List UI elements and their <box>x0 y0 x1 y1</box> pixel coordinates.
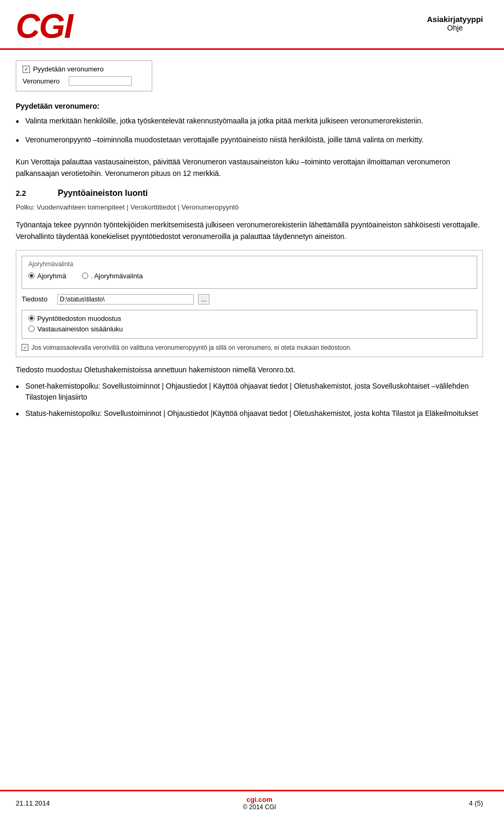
ajoryhma-radio-row: Ajoryhmä . Ajoryhmävalinta <box>28 272 470 280</box>
radio-label-1: Ajoryhmä <box>37 272 66 280</box>
pyynto-radio-rows: Pyyntötiedoston muodostus Vastausaineist… <box>28 315 470 333</box>
bullet-2-text: Veronumeronpyyntö –toiminnolla muodostet… <box>25 134 424 145</box>
voimassaoleva-row: ✓ Jos voimassaolevalla verorivillä on va… <box>22 344 477 351</box>
radio-label-2: . Ajoryhmävalinta <box>91 272 143 280</box>
footer-url: cgi.com <box>243 796 276 803</box>
screenshot-box: Ajoryhmävalinta Ajoryhmä . Ajoryhmävalin… <box>16 250 483 357</box>
voimassaoleva-checkbox[interactable]: ✓ <box>22 344 28 351</box>
tiedosto-label: Tiedosto <box>22 295 53 303</box>
form-box: ✓ Pyydetään veronumero Veronumero <box>16 60 152 91</box>
radio-ajoryhmavalinta[interactable]: . Ajoryhmävalinta <box>82 272 143 280</box>
checkbox-row: ✓ Pyydetään veronumero <box>23 65 145 73</box>
bottom-bullet-1: Sonet-hakemistopolku: Sovellustoiminnot … <box>16 381 483 403</box>
bottom-bullet-2: Status-hakemistopolku: Sovellustoiminnot… <box>16 408 483 422</box>
bottom-bullet-list: Sonet-hakemistopolku: Sovellustoiminnot … <box>16 381 483 422</box>
checkbox-label[interactable]: ✓ Pyydetään veronumero <box>23 65 103 73</box>
section-heading: Pyydetään veronumero: <box>16 102 483 110</box>
radio-pyynto[interactable]: Pyyntötiedoston muodostus <box>28 315 470 322</box>
pyynto-radio-label-1: Pyyntötiedoston muodostus <box>37 315 121 322</box>
section-title: Pyyntöaineiston luonti <box>58 189 148 198</box>
bullet-1-text: Valinta merkitään henkilöille, jotka työ… <box>25 116 423 127</box>
radio-circle-pyynto[interactable] <box>28 315 35 321</box>
field-row: Veronumero <box>23 76 145 86</box>
body-para-2: Työnantaja tekee pyynnön työntekijöiden … <box>16 220 483 242</box>
pyynto-radio-label-2: Vastausaineiston sisäänluku <box>37 325 123 333</box>
radio-vastaus[interactable]: Vastausaineiston sisäänluku <box>28 325 470 333</box>
section-2-2-header: 2.2 Pyyntöaineiston luonti <box>16 189 483 198</box>
tiedosto-browse-button[interactable]: ... <box>198 294 209 305</box>
path-text: Polku: Vuodenvaihteen toimenpiteet | Ver… <box>16 203 483 211</box>
main-content: ✓ Pyydetään veronumero Veronumero Pyydet… <box>0 50 504 472</box>
ajoryhma-label: Ajoryhmävalinta <box>28 260 470 268</box>
veronumero-input[interactable] <box>69 76 132 86</box>
bottom-bullet-2-text: Status-hakemistopolku: Sovellustoiminnot… <box>25 408 478 419</box>
page-footer: 21.11.2014 cgi.com © 2014 CGI 4 (5) <box>0 790 504 815</box>
radio-circle-vastaus[interactable] <box>28 326 35 332</box>
doc-type-label: Asiakirjatyyppi <box>427 15 483 24</box>
radio-ajoryhma[interactable]: Ajoryhmä <box>28 272 66 280</box>
tiedosto-container: Tiedosto ... <box>22 294 477 305</box>
footer-date: 21.11.2014 <box>16 799 50 807</box>
footer-page: 4 (5) <box>469 799 483 807</box>
doc-type-area: Asiakirjatyyppi Ohje <box>427 9 483 32</box>
body-para-1: Kun Verottaja palauttaa vastausaineiston… <box>16 156 483 179</box>
doc-type-value: Ohje <box>427 24 483 32</box>
field-label: Veronumero <box>23 77 65 85</box>
logo: CGI <box>16 9 72 43</box>
pyynto-section: Pyyntötiedoston muodostus Vastausaineist… <box>22 310 477 339</box>
tiedosto-input[interactable] <box>57 294 194 305</box>
footer-copyright: © 2014 CGI <box>243 803 276 811</box>
footer-center: cgi.com © 2014 CGI <box>243 796 276 811</box>
bottom-bullet-1-text: Sonet-hakemistopolku: Sovellustoiminnot … <box>25 381 483 403</box>
voimassaoleva-text: Jos voimassaolevalla verorivillä on vali… <box>32 344 352 351</box>
tiedosto-row: Tiedosto ... <box>22 294 477 305</box>
checkbox-icon[interactable]: ✓ <box>23 66 30 73</box>
page-header: CGI Asiakirjatyyppi Ohje <box>0 0 504 50</box>
checkbox-text: Pyydetään veronumero <box>33 65 103 73</box>
intro-bullet-list: Valinta merkitään henkilöille, jotka työ… <box>16 116 483 148</box>
radio-circle-2[interactable] <box>82 273 88 279</box>
section-number: 2.2 <box>16 189 42 197</box>
logo-area: CGI <box>16 9 72 43</box>
ajoryhma-group: Ajoryhmävalinta Ajoryhmä . Ajoryhmävalin… <box>22 256 477 289</box>
bullet-item-2: Veronumeronpyyntö –toiminnolla muodostet… <box>16 134 483 148</box>
radio-circle-1[interactable] <box>28 273 35 279</box>
bullet-item-1: Valinta merkitään henkilöille, jotka työ… <box>16 116 483 129</box>
body-para-3: Tiedosto muodostuu Oletushakemistoissa a… <box>16 364 483 376</box>
